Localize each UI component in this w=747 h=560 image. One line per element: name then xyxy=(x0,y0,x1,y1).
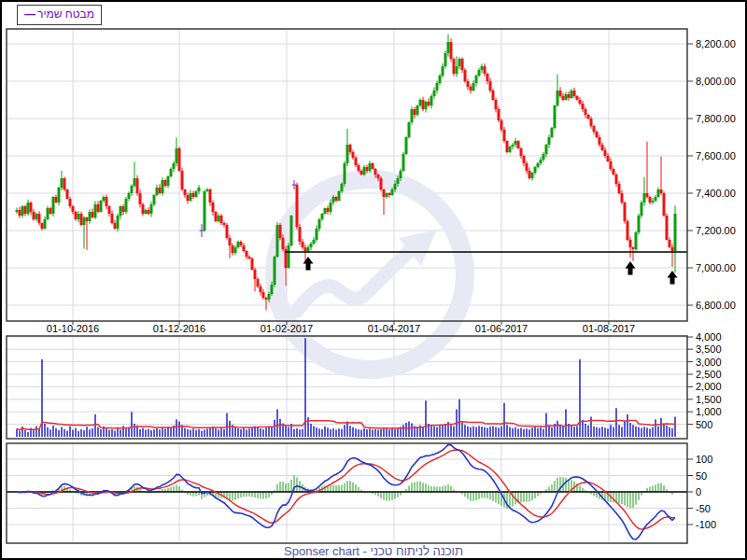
candle-body xyxy=(111,214,114,223)
candle-body xyxy=(388,193,391,195)
candle-body xyxy=(260,287,262,292)
candle-body xyxy=(615,175,618,184)
candle-body xyxy=(571,91,573,98)
y-axis-label: -50 xyxy=(696,503,711,514)
candle-body xyxy=(327,208,330,212)
candle-body xyxy=(405,137,408,154)
candle-body xyxy=(624,203,627,221)
candle-body xyxy=(307,247,310,251)
chart-window: 8,200.008,000.007,800.007,600.007,400.00… xyxy=(0,0,747,560)
candle-body xyxy=(433,91,436,96)
candle-body xyxy=(456,66,458,74)
candle-body xyxy=(372,163,374,169)
candle-body xyxy=(632,247,635,249)
candle-body xyxy=(523,156,526,163)
candle-body xyxy=(19,210,21,216)
candle-body xyxy=(268,294,271,300)
candle-body xyxy=(534,167,537,173)
candle-body xyxy=(223,223,226,225)
candle-body xyxy=(495,100,498,109)
y-axis-label: 8,200.00 xyxy=(696,38,736,49)
candle-body xyxy=(568,94,571,98)
candle-body xyxy=(69,199,72,206)
candle-body xyxy=(232,245,234,253)
candle-body xyxy=(638,216,641,232)
candle-body xyxy=(145,210,148,214)
candle-body xyxy=(304,247,307,251)
candle-body xyxy=(97,204,100,212)
candle-body xyxy=(428,102,430,105)
macd-panel[interactable] xyxy=(7,443,687,543)
candle-body xyxy=(657,189,660,197)
candle-body xyxy=(209,189,212,203)
candle-body xyxy=(89,212,92,221)
candle-body xyxy=(75,212,78,219)
candle-body xyxy=(439,76,442,83)
y-axis-label: 4,000 xyxy=(696,331,722,343)
candle-body xyxy=(338,191,341,201)
candle-body xyxy=(380,178,383,189)
candle-body xyxy=(246,251,248,257)
candle-body xyxy=(422,100,425,109)
series-legend[interactable]: —מבטח שמיר xyxy=(17,5,102,25)
candle-body xyxy=(55,197,58,203)
candle-body xyxy=(271,285,274,294)
candle-body xyxy=(559,91,562,96)
candle-body xyxy=(590,119,593,126)
candle-body xyxy=(450,42,453,59)
candle-body xyxy=(21,206,24,216)
candle-body xyxy=(419,100,422,105)
y-axis-label: 1,500 xyxy=(696,394,722,405)
candle-body xyxy=(585,109,587,115)
candle-body xyxy=(170,169,173,176)
candle-body xyxy=(313,240,316,244)
candle-body xyxy=(30,203,33,212)
candle-body xyxy=(181,171,184,189)
candle-body xyxy=(394,184,397,189)
candle-body xyxy=(106,197,108,206)
candle-body xyxy=(128,193,131,199)
candle-body xyxy=(33,212,35,219)
candle-body xyxy=(363,167,366,175)
candle-body xyxy=(514,141,517,145)
candle-body xyxy=(316,229,318,240)
candle-body xyxy=(551,128,554,137)
candle-body xyxy=(288,245,290,268)
price-volume-macd-chart[interactable]: 8,200.008,000.007,800.007,600.007,400.00… xyxy=(2,2,747,560)
candle-body xyxy=(176,148,178,163)
candle-body xyxy=(341,184,344,191)
candle-body xyxy=(318,219,321,229)
candle-body xyxy=(529,171,531,178)
candle-body xyxy=(646,193,649,197)
candle-body xyxy=(425,102,428,109)
candle-body xyxy=(358,165,360,171)
candle-body xyxy=(352,152,355,158)
candle-body xyxy=(464,70,467,81)
candle-body xyxy=(66,189,69,199)
candle-body xyxy=(655,197,657,201)
candle-body xyxy=(52,197,55,214)
candle-body xyxy=(148,210,150,214)
candle-body xyxy=(500,120,503,130)
candle-body xyxy=(576,96,579,100)
candle-body xyxy=(652,201,655,203)
y-axis-label: 7,800.00 xyxy=(696,113,736,124)
footer-caption: Sponser chart - תוכנה לניתוח טכני xyxy=(2,544,745,558)
y-axis-label: -100 xyxy=(696,519,716,530)
candle-body xyxy=(383,189,386,197)
candle-body xyxy=(290,216,293,245)
candle-body xyxy=(83,217,86,225)
candle-body xyxy=(486,74,489,81)
candle-body xyxy=(134,178,136,186)
candle-body xyxy=(220,216,223,223)
candle-body xyxy=(296,185,299,227)
candle-body xyxy=(386,193,388,197)
candle-body xyxy=(80,214,83,225)
candle-body xyxy=(262,292,265,298)
candle-body xyxy=(94,204,97,217)
y-axis-label: 7,400.00 xyxy=(696,188,736,199)
candle-body xyxy=(206,189,209,191)
x-axis-label: 01-10-2016 xyxy=(47,323,99,334)
candle-body xyxy=(408,122,411,137)
candle-body xyxy=(604,150,607,156)
